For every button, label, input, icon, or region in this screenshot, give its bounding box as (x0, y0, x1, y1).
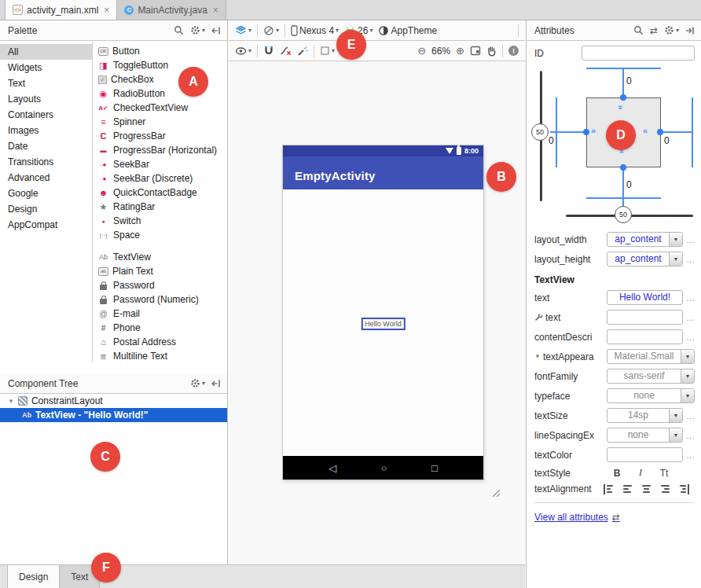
search-icon[interactable] (633, 25, 644, 35)
more-icon[interactable]: … (686, 255, 695, 264)
device-selector[interactable]: Nexus 4 ▾ (291, 25, 339, 36)
palette-item-plain-text[interactable]: abPlain Text (94, 264, 227, 278)
text-appearance-combo[interactable]: Material.Small ▾ (607, 349, 695, 364)
clear-constraints-icon[interactable] (280, 46, 292, 56)
category-widgets[interactable]: Widgets (0, 60, 92, 75)
palette-item-progressbar[interactable]: CProgressBar (94, 129, 227, 143)
tree-row-textview[interactable]: Ab TextView - "Hello World!" (0, 408, 227, 422)
tab-activity-main-xml[interactable]: <> activity_main.xml × (5, 0, 117, 20)
category-design[interactable]: Design (0, 201, 92, 217)
chevron-down-icon[interactable]: ▾ (681, 369, 694, 383)
collapse-icon[interactable] (211, 379, 221, 388)
right-anchor-dot[interactable] (657, 129, 663, 135)
palette-item-textview[interactable]: AbTextView (94, 250, 227, 264)
autoconnect-magnet-icon[interactable] (263, 46, 274, 56)
align-right-icon[interactable] (660, 484, 670, 494)
more-icon[interactable]: … (686, 235, 695, 244)
category-all[interactable]: All (0, 44, 92, 60)
category-date[interactable]: Date (0, 138, 92, 154)
line-spacing-combo[interactable]: none ▾ (607, 428, 683, 443)
align-center-icon[interactable] (641, 484, 651, 494)
align-text-start-icon[interactable] (604, 484, 614, 494)
text-size-combo[interactable]: 14sp ▾ (607, 408, 683, 423)
textview-widget[interactable]: Hello World (361, 318, 405, 330)
palette-item-space[interactable]: |··|Space (94, 228, 227, 242)
close-icon[interactable]: × (213, 5, 218, 16)
category-layouts[interactable]: Layouts (0, 91, 92, 107)
view-all-attributes-link[interactable]: View all attributes ⇄ (534, 512, 620, 523)
left-anchor-dot[interactable] (583, 129, 589, 135)
category-advanced[interactable]: Advanced (0, 170, 92, 186)
chevron-down-icon[interactable]: ▾ (669, 233, 682, 246)
id-field[interactable] (582, 46, 695, 61)
pan-hand-icon[interactable] (486, 46, 497, 57)
design-canvas[interactable]: 8:00 EmptyActivity Hello World ◁ ○ □ (229, 62, 525, 564)
errors-warnings-icon[interactable]: ! (508, 46, 519, 56)
more-icon[interactable]: … (686, 431, 695, 440)
text-color-field[interactable] (607, 447, 683, 462)
palette-item-password-numeric[interactable]: Password (Numeric) (94, 292, 227, 307)
palette-item-progressbar-horizontal[interactable]: ▬ProgressBar (Horizontal) (94, 143, 227, 157)
chevron-down-icon[interactable]: ▾ (669, 252, 682, 266)
zoom-in-icon[interactable]: ⊕ (456, 45, 464, 57)
default-margins-selector[interactable]: ▾ (320, 46, 335, 56)
search-icon[interactable] (174, 25, 184, 35)
category-google[interactable]: Google (0, 186, 92, 201)
margin-left-value[interactable]: 0 (549, 135, 554, 146)
swap-view-icon[interactable]: ⇄ (650, 25, 658, 36)
layout-width-combo[interactable]: ap_content ▾ (607, 232, 683, 247)
all-caps-toggle[interactable]: Tt (654, 468, 674, 479)
tree-row-constraintlayout[interactable]: ▼ ConstraintLayout (0, 394, 227, 408)
vertical-bias-knob[interactable]: 50 (531, 123, 549, 141)
more-icon[interactable]: … (686, 450, 695, 460)
close-icon[interactable]: × (104, 5, 109, 16)
margin-bottom-value[interactable]: 0 (626, 179, 632, 190)
bold-toggle[interactable]: B (607, 468, 627, 479)
chevron-down-icon[interactable]: ▾ (681, 350, 694, 363)
palette-item-seekbar[interactable]: -●SeekBar (94, 157, 227, 171)
gear-icon[interactable]: ▾ (664, 25, 679, 35)
font-family-combo[interactable]: sans-serif ▾ (607, 369, 695, 384)
expander-icon[interactable]: ▼ (534, 353, 541, 360)
align-left-icon[interactable] (622, 484, 633, 494)
text-field[interactable]: Hello World! (607, 290, 683, 305)
palette-item-spinner[interactable]: ≡Spinner (94, 115, 227, 129)
palette-item-phone[interactable]: #Phone (94, 321, 227, 335)
more-icon[interactable]: … (686, 333, 695, 342)
gear-icon[interactable]: ▾ (190, 378, 205, 388)
expander-icon[interactable]: ▼ (8, 398, 14, 405)
palette-item-togglebutton[interactable]: ◨ToggleButton (94, 58, 227, 72)
collapse-icon[interactable] (685, 26, 695, 35)
palette-item-password[interactable]: Password (94, 278, 227, 292)
chevron-down-icon[interactable]: ▾ (669, 409, 682, 422)
palette-item-quickcontactbadge[interactable]: ☻QuickContactBadge (94, 186, 227, 200)
category-appcompat[interactable]: AppCompat (0, 217, 92, 233)
margin-top-value[interactable]: 0 (626, 75, 632, 86)
italic-toggle[interactable]: I (630, 467, 651, 479)
top-anchor-dot[interactable] (620, 94, 626, 101)
gear-icon[interactable]: ▾ (190, 25, 205, 35)
tab-design[interactable]: Design (8, 565, 60, 588)
view-options-icon[interactable]: ▾ (235, 47, 251, 55)
chevron-down-icon[interactable]: ▾ (669, 428, 682, 442)
palette-item-multiline-text[interactable]: ≣Multiline Text (94, 349, 227, 363)
design-blueprint-mode-icon[interactable]: ▾ (235, 25, 251, 35)
palette-item-switch[interactable]: ●Switch (94, 214, 227, 228)
orientation-icon[interactable]: ▾ (263, 25, 279, 36)
bottom-anchor-dot[interactable] (620, 164, 626, 171)
palette-item-checkedtextview[interactable]: A✓CheckedTextView (94, 101, 227, 115)
layout-height-combo[interactable]: ap_content ▾ (607, 252, 683, 266)
palette-item-postal-address[interactable]: ⌂Postal Address (94, 335, 227, 349)
infer-constraints-wand-icon[interactable] (297, 46, 308, 57)
chevron-down-icon[interactable]: ▾ (681, 389, 694, 402)
more-icon[interactable]: … (686, 313, 695, 322)
zoom-out-icon[interactable]: ⊖ (417, 45, 426, 57)
design-text-field[interactable] (607, 310, 683, 325)
typeface-combo[interactable]: none ▾ (607, 388, 695, 403)
margin-right-value[interactable]: 0 (664, 135, 670, 146)
theme-selector[interactable]: AppTheme (378, 25, 437, 36)
tab-mainactivity-java[interactable]: C MainActivity.java × (117, 0, 226, 20)
category-images[interactable]: Images (0, 123, 92, 138)
palette-item-seekbar-discrete[interactable]: ·●SeekBar (Discrete) (94, 171, 227, 186)
horizontal-bias-knob[interactable]: 50 (615, 206, 632, 223)
